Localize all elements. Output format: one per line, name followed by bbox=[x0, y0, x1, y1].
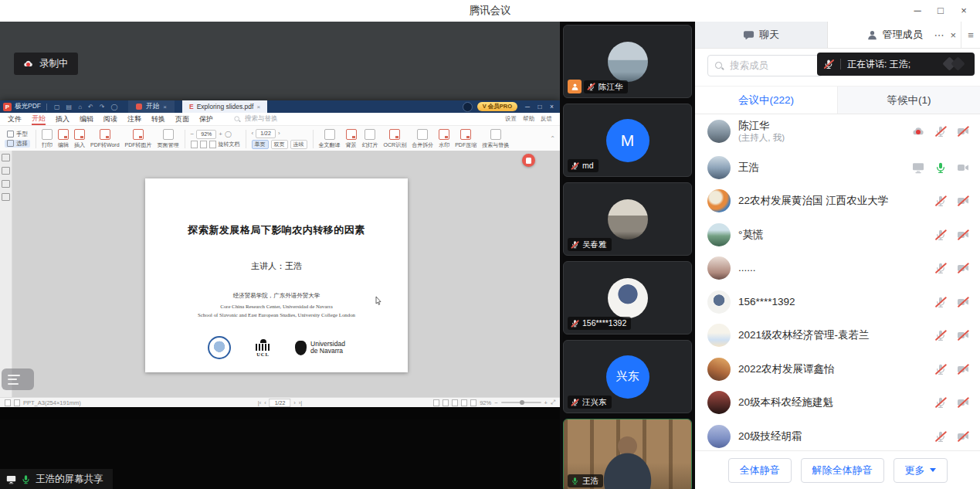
statusbar-zoom-value[interactable]: 92% bbox=[480, 399, 491, 406]
hand-tool-button[interactable]: 手型 bbox=[5, 131, 30, 138]
next-page-button[interactable]: › bbox=[278, 130, 280, 137]
next-page-button[interactable]: › bbox=[293, 399, 296, 406]
search-replace-button[interactable]: 搜索与替换 bbox=[482, 129, 509, 149]
cloud-record-icon[interactable] bbox=[912, 125, 924, 138]
zoom-out-button[interactable]: − bbox=[191, 131, 195, 138]
search-input[interactable] bbox=[728, 59, 816, 72]
floating-toolbar-widget[interactable] bbox=[2, 368, 34, 390]
print-tool-button[interactable]: 打印 bbox=[42, 129, 53, 149]
tab-chat[interactable]: 聊天 bbox=[695, 22, 828, 48]
last-page-button[interactable]: ›| bbox=[299, 399, 302, 406]
maximize-button[interactable]: □ bbox=[929, 0, 952, 22]
menu-edit[interactable]: 编辑 bbox=[80, 114, 93, 124]
menu-insert[interactable]: 插入 bbox=[56, 114, 70, 124]
mic-muted-icon[interactable] bbox=[934, 195, 947, 207]
page-icon[interactable] bbox=[14, 399, 20, 406]
page-thumb-icon[interactable] bbox=[191, 141, 198, 148]
camera-off-icon[interactable] bbox=[957, 430, 969, 443]
page-indicator[interactable]: 1/22 bbox=[256, 129, 276, 138]
edit-tool-button[interactable]: 编辑 bbox=[58, 129, 69, 149]
pdf-document-tab[interactable]: E Exploring slides.pdf × bbox=[182, 100, 267, 113]
prev-page-button[interactable]: ‹ bbox=[264, 399, 266, 406]
mic-on-icon[interactable] bbox=[934, 161, 947, 174]
save-icon[interactable]: ▤ bbox=[65, 104, 74, 110]
camera-off-icon[interactable] bbox=[957, 396, 969, 409]
member-row[interactable]: 156****1392 bbox=[695, 285, 980, 319]
mic-muted-icon[interactable] bbox=[934, 329, 947, 341]
video-tile[interactable]: M md bbox=[563, 104, 692, 177]
sync-icon[interactable]: ◯ bbox=[109, 104, 119, 110]
mic-muted-icon[interactable] bbox=[934, 229, 947, 241]
redo-icon[interactable]: ↷ bbox=[98, 104, 107, 110]
member-row[interactable]: 王浩 bbox=[695, 151, 980, 185]
mute-all-button[interactable]: 全体静音 bbox=[728, 458, 792, 483]
zoom-value[interactable]: 92% bbox=[196, 130, 216, 139]
camera-off-icon[interactable] bbox=[957, 262, 969, 274]
slideshow-button[interactable]: 幻灯片 bbox=[362, 129, 378, 149]
menu-convert[interactable]: 转换 bbox=[151, 114, 165, 124]
close-button[interactable]: × bbox=[952, 0, 975, 22]
zoom-in-button[interactable]: + bbox=[544, 399, 548, 406]
rotate-doc-button[interactable]: 旋转文档 bbox=[219, 141, 240, 148]
member-row[interactable]: 20级技经胡霜 bbox=[695, 419, 980, 451]
open-file-icon[interactable]: ▢ bbox=[53, 104, 62, 110]
menu-home[interactable]: 开始 bbox=[32, 113, 46, 125]
unmute-all-button[interactable]: 解除全体静音 bbox=[801, 458, 884, 483]
page-icon[interactable] bbox=[5, 399, 11, 406]
continuous-view-button[interactable]: 连续 bbox=[290, 140, 307, 149]
panel-menu-button[interactable]: ≡ bbox=[961, 22, 980, 48]
pdf-to-word-button[interactable]: PDF转Word bbox=[90, 129, 120, 149]
camera-off-icon[interactable] bbox=[957, 296, 969, 308]
prev-page-button[interactable]: ‹ bbox=[252, 130, 254, 137]
annotations-panel-icon[interactable] bbox=[2, 180, 10, 188]
insert-tool-button[interactable]: 插入 bbox=[74, 129, 85, 149]
mic-muted-icon[interactable] bbox=[934, 296, 947, 308]
view-mode-icon[interactable] bbox=[452, 399, 458, 406]
tab-manage-members[interactable]: 管理成员 ⋯ × bbox=[828, 22, 961, 48]
video-tile[interactable]: 兴东 汪兴东 bbox=[563, 340, 692, 413]
video-tile-speaking[interactable]: 王浩 bbox=[563, 419, 692, 489]
mic-muted-icon[interactable] bbox=[934, 125, 947, 138]
statusbar-page-indicator[interactable]: 1/22 bbox=[270, 399, 291, 407]
mic-muted-icon[interactable] bbox=[934, 363, 947, 375]
menu-comment[interactable]: 注释 bbox=[127, 114, 141, 124]
view-mode-icon[interactable] bbox=[470, 399, 476, 406]
zoom-out-button[interactable]: − bbox=[494, 399, 497, 406]
zoom-in-button[interactable]: + bbox=[219, 131, 222, 138]
menu-page[interactable]: 页面 bbox=[175, 114, 189, 124]
select-tool-button[interactable]: 选择 bbox=[5, 140, 30, 148]
tab-in-meeting[interactable]: 会议中(222) bbox=[695, 87, 837, 114]
pdf-start-tab[interactable]: 开始 × bbox=[128, 100, 175, 113]
camera-off-icon[interactable] bbox=[957, 125, 969, 138]
video-tile[interactable]: 吴春雅 bbox=[563, 182, 692, 256]
view-mode-icon[interactable] bbox=[433, 399, 439, 406]
fullscreen-button[interactable]: ⤢ bbox=[551, 399, 555, 406]
promo-float-button[interactable] bbox=[522, 154, 535, 167]
member-row[interactable]: 2021级农林经济管理-袁若兰 bbox=[695, 319, 980, 353]
camera-off-icon[interactable] bbox=[957, 329, 969, 341]
more-button[interactable]: 更多 bbox=[894, 458, 948, 483]
recording-indicator[interactable]: 录制中 bbox=[14, 53, 78, 75]
camera-off-icon[interactable] bbox=[957, 195, 969, 207]
page-thumb-icon[interactable] bbox=[200, 141, 207, 148]
pdf-minimize-button[interactable]: ─ bbox=[522, 103, 533, 110]
view-mode-icon[interactable] bbox=[461, 399, 467, 406]
camera-on-icon[interactable] bbox=[957, 161, 969, 174]
mic-muted-icon[interactable] bbox=[934, 396, 947, 409]
pdf-help-link[interactable]: 帮助 bbox=[523, 115, 534, 123]
page-thumb-icon[interactable] bbox=[209, 141, 216, 148]
background-button[interactable]: 背景 bbox=[346, 129, 357, 149]
doc-tab-close-icon[interactable]: × bbox=[256, 104, 260, 110]
attachments-panel-icon[interactable] bbox=[2, 193, 10, 201]
merge-split-button[interactable]: 合并拆分 bbox=[412, 129, 433, 149]
first-page-button[interactable]: |‹ bbox=[258, 399, 261, 406]
collapse-ribbon-button[interactable]: ⌃ bbox=[550, 135, 555, 142]
pdf-settings-link[interactable]: 设置 bbox=[505, 115, 517, 123]
vip-button[interactable]: V 会员PRO bbox=[477, 102, 517, 111]
undo-icon[interactable]: ↶ bbox=[86, 104, 95, 110]
ocr-button[interactable]: OCR识别 bbox=[384, 129, 407, 149]
screen-share-icon[interactable] bbox=[912, 161, 924, 174]
panel-close-button[interactable]: × bbox=[950, 29, 956, 41]
pdf-search-field[interactable]: 搜索与替换 bbox=[232, 114, 278, 124]
tab-waiting[interactable]: 等候中(1) bbox=[837, 87, 980, 114]
